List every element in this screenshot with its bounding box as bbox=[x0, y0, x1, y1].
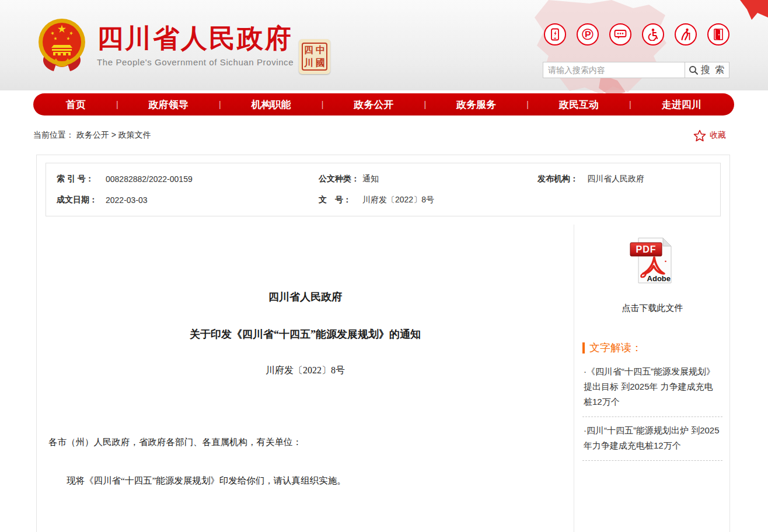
breadcrumb-row: 当前位置： 政务公开 > 政策文件 收藏 bbox=[33, 127, 734, 144]
sidebar: PDF Adobe 点击下载此文件 文字解读： ·《四川省“十四五”能源发展规划… bbox=[574, 225, 729, 532]
pdf-download-block[interactable]: PDF Adobe bbox=[582, 236, 722, 288]
favorite-label: 收藏 bbox=[710, 130, 726, 141]
document-container: 索 引 号： 008282882/2022-00159 公文种类： 通知 发布机… bbox=[36, 155, 730, 532]
interpretation-title: 文字解读： bbox=[589, 341, 642, 355]
breadcrumb-prefix: 当前位置： bbox=[33, 130, 74, 139]
seal-characters: 中 四 國 川 bbox=[302, 43, 327, 71]
search-icon bbox=[689, 65, 699, 75]
meta-label: 文 号： bbox=[319, 195, 362, 205]
breadcrumb: 当前位置： 政务公开 > 政策文件 bbox=[33, 130, 151, 141]
search-button-label: 搜 索 bbox=[701, 64, 725, 76]
door-icon[interactable] bbox=[707, 23, 729, 46]
search-bar: 搜 索 bbox=[543, 62, 729, 78]
favorite-button[interactable]: 收藏 bbox=[693, 130, 734, 142]
meta-value: 通知 bbox=[362, 174, 537, 184]
document-body: 四川省人民政府 关于印发《四川省“十四五”能源发展规划》的通知 川府发〔2022… bbox=[37, 225, 574, 532]
message-icon[interactable] bbox=[609, 23, 631, 46]
breadcrumb-link-open-gov[interactable]: 政务公开 bbox=[76, 130, 109, 139]
interpretation-header: 文字解读： bbox=[582, 341, 722, 355]
nav-item-home[interactable]: 首页 bbox=[66, 98, 86, 111]
main-nav: 首页 | 政府领导 | 机构职能 | 政务公开 | 政务服务 | 政民互动 | … bbox=[33, 93, 734, 116]
breadcrumb-link-policy-files[interactable]: 政策文件 bbox=[118, 130, 151, 139]
nav-item-institutional-functions[interactable]: 机构职能 bbox=[252, 98, 291, 111]
nav-item-government-affairs[interactable]: 政务公开 bbox=[354, 98, 393, 111]
meta-value: 川府发〔2022〕8号 bbox=[362, 195, 537, 205]
nav-item-public-interaction[interactable]: 政民互动 bbox=[559, 98, 599, 111]
corner-ribbon-decoration bbox=[734, 0, 768, 26]
nav-item-discover-sichuan[interactable]: 走进四川 bbox=[662, 98, 701, 111]
mobile-icon[interactable] bbox=[544, 23, 566, 46]
document-paragraph: 现将《四川省“十四五”能源发展规划》印发给你们，请认真组织实施。 bbox=[48, 474, 562, 488]
interpretation-item[interactable]: ·《四川省“十四五”能源发展规划》提出目标 到2025年 力争建成充电桩12万个 bbox=[582, 358, 722, 417]
search-input[interactable] bbox=[543, 62, 685, 78]
star-icon bbox=[693, 130, 706, 142]
sichuan-map-decoration bbox=[514, 0, 694, 96]
document-meta-table: 索 引 号： 008282882/2022-00159 公文种类： 通知 发布机… bbox=[46, 163, 721, 216]
orange-bar-decoration bbox=[582, 342, 585, 354]
svg-text:Adobe: Adobe bbox=[647, 274, 671, 283]
meta-label: 发布机构： bbox=[537, 174, 587, 184]
interpretation-item[interactable]: ·四川“十四五”能源规划出炉 到2025年力争建成充电桩12万个 bbox=[582, 417, 722, 461]
circled-p-icon[interactable]: ℗ bbox=[577, 23, 599, 46]
svg-text:PDF: PDF bbox=[636, 244, 657, 254]
meta-label: 公文种类： bbox=[319, 174, 362, 184]
content-columns: 四川省人民政府 关于印发《四川省“十四五”能源发展规划》的通知 川府发〔2022… bbox=[37, 225, 729, 532]
senior-mode-icon[interactable] bbox=[675, 23, 697, 46]
meta-label: 索 引 号： bbox=[57, 174, 106, 184]
site-title: 四川省人民政府 bbox=[97, 23, 294, 54]
download-file-link[interactable]: 点击下载此文件 bbox=[582, 303, 722, 314]
national-emblem-logo bbox=[36, 18, 88, 74]
document-org-title: 四川省人民政府 bbox=[48, 290, 562, 304]
meta-value: 四川省人民政府 bbox=[587, 174, 720, 184]
document-title: 关于印发《四川省“十四五”能源发展规划》的通知 bbox=[48, 327, 562, 341]
meta-value: 2022-03-03 bbox=[106, 195, 319, 205]
document-number: 川府发〔2022〕8号 bbox=[48, 365, 562, 377]
site-title-english: The People's Government of Sichuan Provi… bbox=[97, 57, 294, 67]
accessibility-icon[interactable] bbox=[642, 23, 664, 46]
search-button[interactable]: 搜 索 bbox=[685, 62, 729, 78]
page: 四川省人民政府 The People's Government of Sichu… bbox=[0, 0, 768, 532]
china-sichuan-seal-icon: 中 四 國 川 bbox=[299, 39, 330, 74]
meta-label: 成文日期： bbox=[57, 195, 106, 205]
meta-value: 008282882/2022-00159 bbox=[106, 174, 319, 184]
brand-block: 四川省人民政府 The People's Government of Sichu… bbox=[97, 23, 294, 67]
site-header: 四川省人民政府 The People's Government of Sichu… bbox=[0, 0, 768, 90]
interpretation-list: ·《四川省“十四五”能源发展规划》提出目标 到2025年 力争建成充电桩12万个… bbox=[582, 358, 722, 461]
document-paragraph: 各市（州）人民政府，省政府各部门、各直属机构，有关单位： bbox=[48, 435, 562, 449]
quick-access-icon-row: ℗ bbox=[544, 23, 729, 46]
nav-item-government-services[interactable]: 政务服务 bbox=[456, 98, 496, 111]
nav-item-government-leaders[interactable]: 政府领导 bbox=[149, 98, 188, 111]
pdf-file-icon: PDF Adobe bbox=[628, 236, 677, 285]
